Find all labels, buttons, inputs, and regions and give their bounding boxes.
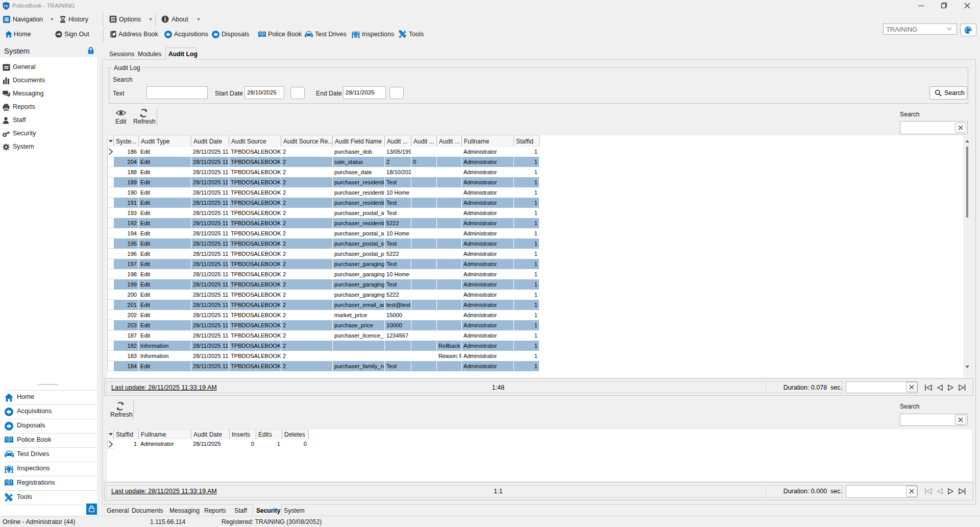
svg-text:PB: PB	[4, 5, 9, 8]
